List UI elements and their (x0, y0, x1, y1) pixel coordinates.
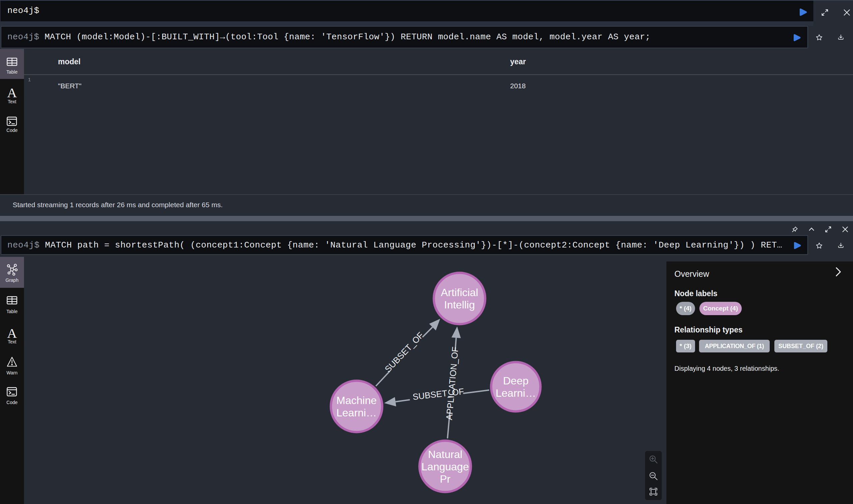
svg-text:SUBSET_OF: SUBSET_OF (383, 330, 426, 374)
svg-text:APPLICATION_OF: APPLICATION_OF (444, 346, 461, 420)
svg-text:SUBSET_OF: SUBSET_OF (412, 386, 464, 402)
svg-text:Learni…: Learni… (496, 387, 536, 399)
svg-text:Artificial: Artificial (441, 287, 478, 299)
svg-text:Natural: Natural (428, 448, 462, 461)
svg-text:Learni…: Learni… (337, 407, 377, 419)
svg-text:Intellig: Intellig (444, 299, 475, 311)
svg-text:Machine: Machine (337, 394, 377, 407)
svg-text:Language: Language (422, 461, 469, 473)
svg-text:Pr: Pr (440, 473, 450, 485)
svg-text:Deep: Deep (503, 375, 529, 387)
